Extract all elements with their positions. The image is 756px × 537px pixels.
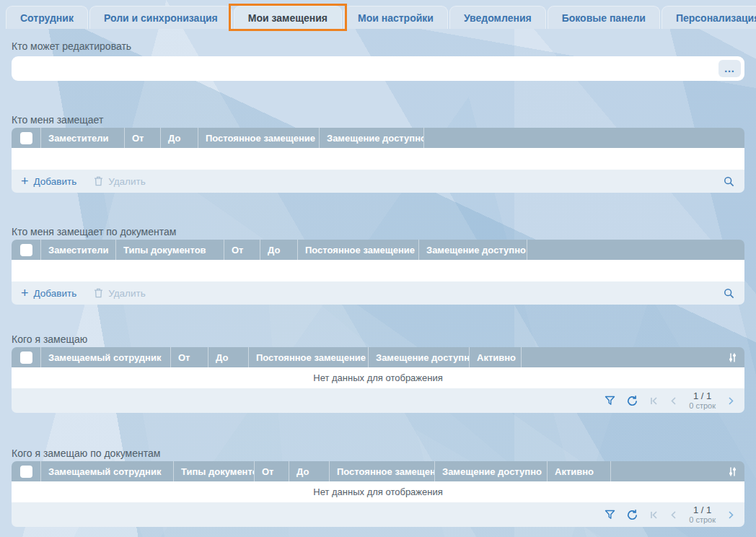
refresh-button[interactable] — [626, 395, 638, 407]
select-all-checkbox[interactable] — [20, 352, 32, 364]
trash-icon — [94, 176, 103, 186]
select-all-checkbox[interactable] — [20, 466, 32, 478]
tab-side-panels[interactable]: Боковые панели — [548, 6, 660, 29]
table-2-title: Кто меня замещает по документам — [12, 226, 744, 238]
col-substitution-available[interactable]: Замещение доступно — [319, 128, 423, 148]
refresh-icon — [626, 395, 638, 407]
col-substitution-available[interactable]: Замещение доступно — [418, 240, 527, 260]
col-deputies[interactable]: Заместители — [40, 128, 124, 148]
col-document-types[interactable]: Типы документов — [173, 461, 254, 481]
search-button[interactable] — [723, 175, 735, 188]
col-to[interactable]: До — [260, 240, 297, 260]
table-empty-row — [12, 148, 744, 170]
col-document-types[interactable]: Типы документов — [115, 240, 224, 260]
chevron-left-icon — [669, 510, 677, 520]
col-substituted-employee[interactable]: Замещаемый сотрудник — [40, 347, 170, 367]
plus-icon: + — [21, 176, 29, 186]
add-button[interactable]: + Добавить — [21, 288, 76, 299]
col-from[interactable]: От — [124, 128, 160, 148]
col-substitution-available[interactable]: Замещение доступно — [434, 461, 547, 481]
col-permanent-substitution[interactable]: Постоянное замещение — [329, 461, 434, 481]
delete-button[interactable]: Удалить — [94, 176, 146, 187]
col-to[interactable]: До — [289, 461, 329, 481]
search-button[interactable] — [723, 287, 735, 300]
no-data-row: Нет данных для отображения — [12, 481, 744, 502]
column-settings-button[interactable] — [727, 352, 738, 363]
col-substituted-employee[interactable]: Замещаемый сотрудник — [40, 461, 173, 481]
page-indicator: 1 / 1 0 строк — [689, 391, 716, 410]
row-count: 0 строк — [689, 401, 716, 410]
tab-bar: Сотрудник Роли и синхронизация Мои замещ… — [0, 0, 756, 29]
plus-icon: + — [21, 288, 29, 298]
search-icon — [723, 175, 735, 188]
delete-button-label: Удалить — [108, 288, 146, 299]
ellipsis-icon: … — [724, 65, 736, 72]
more-button[interactable]: … — [718, 60, 741, 77]
funnel-icon — [605, 396, 615, 406]
who-can-edit-field[interactable] — [12, 56, 744, 81]
page-indicator: 1 / 1 0 строк — [689, 505, 716, 524]
col-empty — [527, 240, 744, 260]
pagination-bar: 1 / 1 0 строк — [12, 502, 744, 527]
select-all-checkbox[interactable] — [20, 132, 32, 144]
tab-my-settings[interactable]: Мои настройки — [343, 6, 448, 29]
tab-roles-sync[interactable]: Роли и синхронизация — [89, 6, 232, 29]
filter-button[interactable] — [605, 396, 615, 406]
delete-button-label: Удалить — [108, 176, 146, 187]
table-who-substitutes-me: Заместители От До Постоянное замещение З… — [12, 128, 744, 193]
trash-icon — [94, 288, 103, 298]
col-from[interactable]: От — [224, 240, 260, 260]
col-active[interactable]: Активно — [469, 347, 521, 367]
col-substitution-available[interactable]: Замещение доступно — [368, 347, 469, 367]
first-page-icon — [649, 396, 659, 406]
table-whom-i-substitute: Замещаемый сотрудник От До Постоянное за… — [12, 347, 744, 413]
table-empty-row — [12, 260, 744, 281]
col-settings — [610, 461, 744, 481]
next-page-button[interactable] — [728, 396, 735, 406]
col-from[interactable]: От — [254, 461, 289, 481]
tab-employee[interactable]: Сотрудник — [6, 6, 88, 29]
table-3-title: Кого я замещаю — [12, 333, 744, 346]
table-header-row: Замещаемый сотрудник Типы документов От … — [12, 461, 744, 481]
sliders-icon — [727, 352, 738, 363]
tab-notifications[interactable]: Уведомления — [449, 6, 546, 29]
first-page-button[interactable] — [649, 396, 659, 406]
refresh-icon — [626, 509, 638, 521]
table-footer: + Добавить Удалить — [12, 170, 744, 193]
add-button-label: Добавить — [34, 288, 77, 299]
col-active[interactable]: Активно — [547, 461, 610, 481]
col-settings — [521, 347, 744, 367]
table-whom-i-substitute-by-documents: Замещаемый сотрудник Типы документов От … — [12, 461, 744, 527]
next-page-button[interactable] — [728, 510, 735, 520]
column-settings-button[interactable] — [727, 466, 738, 477]
who-can-edit-label: Кто может редактировать — [12, 40, 744, 53]
first-page-button[interactable] — [649, 510, 659, 520]
table-header-row: Замещаемый сотрудник От До Постоянное за… — [12, 347, 744, 367]
col-to[interactable]: До — [160, 128, 198, 148]
page-number: 1 / 1 — [693, 391, 711, 401]
col-permanent-substitution[interactable]: Постоянное замещение — [198, 128, 319, 148]
table-header-row: Заместители От До Постоянное замещение З… — [12, 128, 744, 148]
col-deputies[interactable]: Заместители — [40, 240, 115, 260]
col-permanent-substitution[interactable]: Постоянное замещение — [248, 347, 368, 367]
chevron-right-icon — [728, 510, 735, 520]
delete-button[interactable]: Удалить — [94, 288, 146, 299]
col-substituted-employee-label: Замещаемый сотрудник — [48, 466, 161, 477]
prev-page-button[interactable] — [669, 510, 677, 520]
col-from[interactable]: От — [170, 347, 208, 367]
tab-my-substitutions[interactable]: Мои замещения — [234, 6, 342, 29]
refresh-button[interactable] — [626, 509, 638, 521]
tab-my-substitutions-label: Мои замещения — [248, 12, 328, 24]
select-all-checkbox[interactable] — [20, 244, 32, 256]
search-icon — [723, 287, 735, 300]
add-button[interactable]: + Добавить — [21, 176, 76, 187]
tab-personalization[interactable]: Персонализация — [662, 6, 756, 29]
col-to[interactable]: До — [208, 347, 248, 367]
page-number: 1 / 1 — [693, 505, 711, 515]
chevron-left-icon — [669, 396, 677, 406]
prev-page-button[interactable] — [669, 396, 677, 406]
col-permanent-substitution[interactable]: Постоянное замещение — [297, 240, 418, 260]
table-1-title: Кто меня замещает — [12, 114, 744, 126]
filter-button[interactable] — [605, 510, 615, 520]
pagination-bar: 1 / 1 0 строк — [12, 388, 744, 413]
